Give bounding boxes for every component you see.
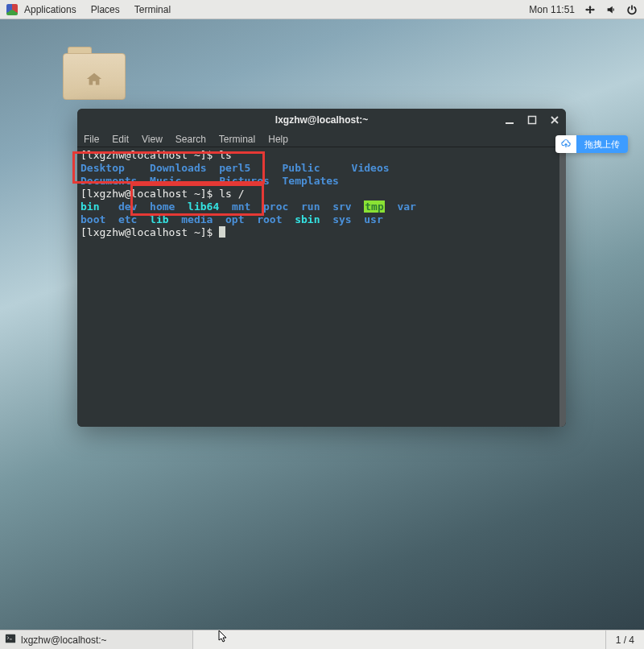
- power-icon[interactable]: [626, 4, 638, 15]
- terminal-menu-help[interactable]: Help: [268, 134, 288, 145]
- ls-entry: root: [257, 213, 282, 225]
- applications-menu-icon[interactable]: [6, 4, 18, 15]
- window-close-button[interactable]: [547, 112, 563, 128]
- terminal-menu-search[interactable]: Search: [175, 134, 206, 145]
- svg-rect-0: [506, 122, 514, 124]
- taskbar-item-label: lxgzhw@localhost:~: [21, 635, 107, 646]
- ls-entry: run: [301, 200, 320, 213]
- ls-entry: mnt: [232, 200, 250, 213]
- volume-icon[interactable]: [605, 4, 617, 15]
- terminal-menu[interactable]: Terminal: [134, 4, 171, 15]
- terminal-menubar: File Edit View Search Terminal Help: [77, 131, 566, 147]
- ls-entry: Templates: [283, 175, 339, 187]
- ls-entry: opt: [225, 213, 244, 225]
- ls-entry: Desktop: [80, 162, 125, 174]
- taskbar-item-terminal[interactable]: lxgzhw@localhost:~: [0, 630, 193, 649]
- ls-entry: proc: [263, 200, 288, 213]
- terminal-menu-edit[interactable]: Edit: [112, 134, 129, 145]
- ls-entry: usr: [364, 213, 382, 225]
- terminal-app-icon: [5, 633, 16, 647]
- ls-entry: media: [181, 213, 213, 225]
- workspace-indicator[interactable]: 1 / 4: [605, 630, 644, 649]
- ls-entry: sys: [332, 213, 351, 225]
- ls-entry: srv: [332, 200, 351, 213]
- upload-overlay-label: 拖拽上传: [576, 135, 628, 153]
- home-icon: [84, 71, 105, 91]
- applications-menu[interactable]: Applications: [24, 4, 76, 15]
- ls-entry: sbin: [295, 213, 320, 225]
- ls-entry: lib: [150, 213, 168, 225]
- svg-rect-1: [529, 117, 536, 124]
- terminal-menu-terminal[interactable]: Terminal: [219, 134, 255, 145]
- ls-entry: Pictures: [219, 175, 270, 187]
- terminal-cursor: [219, 226, 225, 238]
- ls-entry: var: [397, 200, 415, 213]
- cloud-upload-icon: [555, 135, 576, 153]
- ls-entry: boot: [80, 213, 105, 225]
- ls-entry: Videos: [352, 162, 390, 174]
- terminal-window: lxgzhw@localhost:~ File Edit View Search…: [77, 109, 566, 427]
- window-minimize-button[interactable]: [502, 112, 518, 128]
- places-menu[interactable]: Places: [91, 4, 120, 15]
- ls-entry: Documents: [80, 175, 137, 187]
- ls-entry: Music: [150, 175, 181, 187]
- terminal-command: ls: [219, 149, 232, 161]
- terminal-command: ls /: [219, 188, 244, 200]
- terminal-prompt: [lxgzhw@localhost ~]$: [80, 149, 219, 161]
- bottom-taskbar: lxgzhw@localhost:~ 1 / 4: [0, 630, 644, 649]
- terminal-scrollbar[interactable]: [559, 147, 566, 427]
- ls-entry: bin: [80, 200, 99, 213]
- network-icon[interactable]: [584, 4, 596, 15]
- terminal-titlebar[interactable]: lxgzhw@localhost:~: [77, 109, 566, 131]
- ls-entry: dev: [118, 200, 137, 213]
- ls-entry: home: [150, 200, 175, 213]
- terminal-title: lxgzhw@localhost:~: [77, 114, 566, 126]
- ls-entry: Downloads: [150, 162, 206, 174]
- ls-entry: lib64: [188, 200, 219, 213]
- terminal-menu-view[interactable]: View: [142, 134, 163, 145]
- terminal-output[interactable]: [lxgzhw@localhost ~]$ ls Desktop Downloa…: [77, 147, 566, 427]
- ls-entry: etc: [118, 213, 137, 225]
- upload-overlay-pill[interactable]: 拖拽上传: [555, 135, 628, 153]
- top-menu-bar: Applications Places Terminal Mon 11:51: [0, 0, 644, 19]
- svg-rect-2: [6, 635, 15, 643]
- window-maximize-button[interactable]: [524, 112, 540, 128]
- terminal-menu-file[interactable]: File: [84, 134, 99, 145]
- mouse-pointer-icon: [216, 630, 229, 647]
- ls-entry: Public: [283, 162, 320, 174]
- ls-entry: tmp: [364, 200, 384, 213]
- desktop-home-folder[interactable]: [63, 47, 126, 103]
- terminal-prompt: [lxgzhw@localhost ~]$: [80, 226, 219, 238]
- clock[interactable]: Mon 11:51: [529, 4, 575, 15]
- terminal-prompt: [lxgzhw@localhost ~]$: [80, 188, 219, 200]
- ls-entry: perl5: [219, 162, 250, 174]
